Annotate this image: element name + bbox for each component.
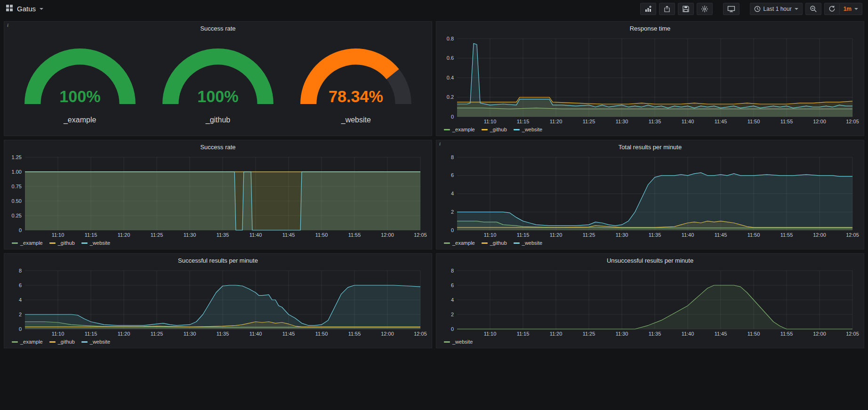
share-button[interactable] — [659, 3, 675, 15]
svg-text:11:45: 11:45 — [282, 232, 295, 238]
svg-text:0.6: 0.6 — [447, 55, 454, 61]
svg-text:11:30: 11:30 — [616, 119, 628, 124]
svg-text:11:50: 11:50 — [747, 232, 760, 238]
panel-success-rate-timeseries: Success rate 00.250.500.751.001.2511:101… — [4, 140, 432, 249]
save-button[interactable] — [678, 3, 694, 15]
svg-text:12:00: 12:00 — [381, 232, 394, 238]
panel-title[interactable]: Successful results per minute — [8, 256, 428, 266]
svg-text:11:55: 11:55 — [348, 232, 361, 238]
svg-text:11:35: 11:35 — [649, 232, 661, 238]
legend-item-website[interactable]: _website — [514, 240, 542, 246]
svg-text:11:10: 11:10 — [52, 232, 64, 238]
chart-svg: 0246811:1011:1511:2011:2511:3011:3511:40… — [8, 266, 428, 338]
gauge-arc: 100% — [18, 43, 142, 114]
chevron-down-icon — [40, 8, 43, 10]
add-panel-button[interactable] — [640, 3, 656, 15]
panel-title[interactable]: Unsuccessful results per minute — [440, 256, 860, 266]
svg-text:11:40: 11:40 — [249, 331, 262, 337]
panel-title[interactable]: Response time — [440, 24, 860, 34]
dashboard-title[interactable]: Gatus — [17, 5, 36, 13]
legend-label: _website — [452, 339, 473, 345]
svg-text:0: 0 — [451, 227, 454, 233]
svg-text:11:10: 11:10 — [52, 331, 64, 337]
svg-text:11:20: 11:20 — [550, 331, 563, 337]
svg-text:2: 2 — [451, 312, 454, 317]
legend-item-example[interactable]: _example — [444, 240, 475, 246]
svg-text:12:00: 12:00 — [813, 331, 826, 337]
legend: _example_github_website — [8, 239, 428, 247]
zoom-out-button[interactable] — [805, 3, 821, 15]
refresh-button[interactable] — [824, 3, 839, 15]
navbar: Gatus Last 1 hour — [0, 0, 868, 17]
legend-item-example[interactable]: _example — [12, 339, 43, 345]
svg-text:11:45: 11:45 — [282, 331, 295, 337]
svg-text:11:20: 11:20 — [550, 232, 563, 238]
svg-text:12:05: 12:05 — [846, 331, 859, 337]
gauge-row: 100%_example100%_github78.34%_website — [8, 34, 428, 134]
svg-text:11:50: 11:50 — [747, 331, 760, 337]
legend-label: _example — [20, 339, 43, 345]
success-rate-chart[interactable]: 00.250.500.751.001.2511:1011:1511:2011:2… — [8, 153, 428, 239]
legend-item-github[interactable]: _github — [482, 127, 507, 132]
refresh-interval-label: 1m — [844, 6, 852, 12]
svg-text:11:40: 11:40 — [682, 331, 694, 337]
svg-text:8: 8 — [451, 154, 454, 160]
response-time-chart[interactable]: 00.20.40.60.811:1011:1511:2011:2511:3011… — [440, 34, 860, 125]
legend-item-website[interactable]: _website — [514, 127, 542, 132]
panel-title[interactable]: Total results per minute — [440, 142, 860, 153]
svg-text:6: 6 — [451, 172, 454, 178]
successful-results-chart[interactable]: 0246811:1011:1511:2011:2511:3011:3511:40… — [8, 266, 428, 338]
svg-text:11:20: 11:20 — [118, 331, 130, 337]
legend-label: _github — [58, 339, 75, 345]
gauge-website: 78.34%_website — [290, 43, 423, 124]
zoom-out-icon — [810, 5, 817, 13]
dashboard-grid-icon[interactable] — [6, 4, 13, 14]
svg-text:11:35: 11:35 — [217, 331, 229, 337]
svg-text:11:45: 11:45 — [715, 331, 727, 337]
svg-text:11:35: 11:35 — [217, 232, 229, 238]
svg-text:11:50: 11:50 — [315, 232, 328, 238]
share-icon — [663, 5, 671, 13]
svg-text:11:55: 11:55 — [780, 232, 793, 238]
legend-item-github[interactable]: _github — [49, 339, 75, 345]
svg-text:0: 0 — [451, 114, 454, 120]
panel-successful-results: Successful results per minute 0246811:10… — [4, 253, 432, 348]
svg-text:11:40: 11:40 — [682, 119, 694, 124]
svg-text:0.4: 0.4 — [447, 75, 454, 80]
svg-text:0: 0 — [19, 227, 22, 233]
legend-swatch — [12, 242, 18, 244]
legend-swatch — [514, 242, 520, 244]
legend: _website — [440, 338, 860, 346]
svg-text:1.25: 1.25 — [12, 154, 22, 160]
svg-text:11:30: 11:30 — [184, 232, 196, 238]
settings-button[interactable] — [697, 3, 713, 15]
legend-swatch — [444, 242, 450, 244]
info-icon[interactable]: i — [437, 141, 445, 148]
panel-title[interactable]: Success rate — [8, 24, 428, 34]
legend-item-github[interactable]: _github — [49, 240, 75, 246]
total-results-chart[interactable]: 0246811:1011:1511:2011:2511:3011:3511:40… — [440, 153, 860, 239]
svg-text:11:55: 11:55 — [780, 119, 793, 124]
cycle-view-button[interactable] — [723, 3, 739, 15]
refresh-icon — [828, 5, 836, 12]
legend-item-website[interactable]: _website — [81, 339, 110, 345]
svg-text:12:05: 12:05 — [414, 232, 427, 238]
legend-label: _website — [522, 127, 542, 132]
svg-text:11:45: 11:45 — [715, 119, 727, 124]
svg-text:1.00: 1.00 — [12, 169, 22, 175]
refresh-interval-dropdown[interactable]: 1m — [839, 3, 862, 15]
add-panel-icon — [644, 5, 652, 13]
unsuccessful-results-chart[interactable]: 0246811:1011:1511:2011:2511:3011:3511:40… — [440, 266, 860, 338]
legend-item-example[interactable]: _example — [444, 127, 475, 132]
svg-text:0.8: 0.8 — [447, 36, 454, 41]
time-range-picker[interactable]: Last 1 hour — [750, 3, 803, 15]
info-icon[interactable]: i — [5, 22, 13, 30]
svg-text:0.75: 0.75 — [12, 184, 22, 189]
refresh-group: 1m — [824, 3, 862, 15]
legend-item-example[interactable]: _example — [12, 240, 43, 246]
panel-title[interactable]: Success rate — [8, 142, 428, 153]
legend-item-website[interactable]: _website — [444, 339, 473, 345]
legend-item-website[interactable]: _website — [81, 240, 110, 246]
svg-text:11:10: 11:10 — [484, 232, 497, 238]
legend-item-github[interactable]: _github — [482, 240, 507, 246]
